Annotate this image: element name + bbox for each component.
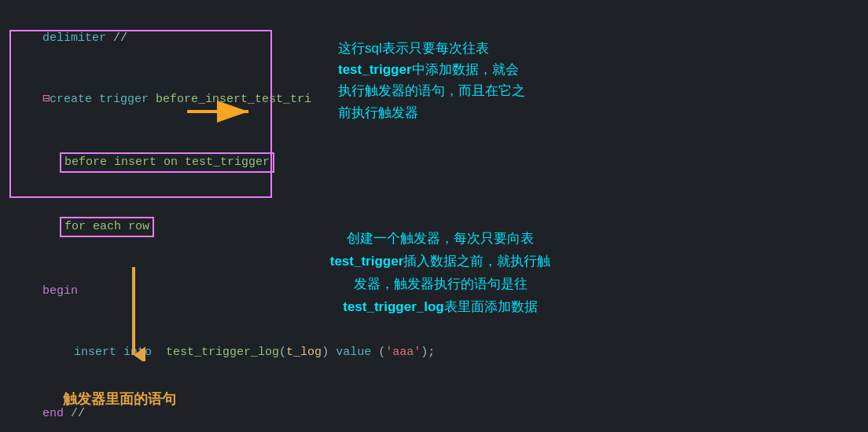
- code-area: delimiter // ⊟create trigger before_inse…: [0, 0, 283, 432]
- code-line-2: ⊟create trigger before_insert_test_tri: [14, 69, 283, 130]
- annotation-right-line4: 前执行触发器: [338, 105, 418, 120]
- annotation-bottom-line3: 发器，触发器执行的语句是往: [354, 276, 528, 291]
- trigger-body-label: 触发器里面的语句: [63, 390, 176, 408]
- for-each-row-box: for each row: [60, 217, 154, 237]
- before-insert-box: before insert on test_trigger: [60, 152, 274, 173]
- annotation-bottom-suffix1: 插入数据之前，就执行触: [403, 254, 550, 269]
- code-line-4: for each row: [14, 196, 283, 258]
- code-line-6: insert into test_trigger_log(t_log) valu…: [14, 322, 283, 383]
- code-line-1: delimiter //: [14, 8, 283, 69]
- code-line-3: before insert on test_trigger: [14, 132, 283, 193]
- annotation-right: 这行sql表示只要每次往表 test_trigger中添加数据，就会 执行触发器…: [338, 38, 637, 123]
- annotation-right-line1: 这行sql表示只要每次往表: [338, 41, 489, 56]
- annotation-bottom: 创建一个触发器，每次只要向表 test_trigger插入数据之前，就执行触 发…: [267, 228, 613, 319]
- annotation-bottom-suffix2: 表里面添加数据: [444, 299, 538, 314]
- annotation-right-line3: 执行触发器的语句，而且在它之: [338, 83, 525, 98]
- annotation-bottom-line1: 创建一个触发器，每次只要向表: [347, 231, 534, 246]
- annotation-right-suffix1: 中添加数据，就会: [412, 62, 519, 77]
- annotation-right-bold1: test_trigger: [338, 62, 412, 77]
- code-line-5: begin: [14, 261, 283, 322]
- annotation-bottom-bold1: test_trigger: [330, 254, 404, 269]
- annotation-bottom-bold2: test_trigger_log: [343, 299, 443, 314]
